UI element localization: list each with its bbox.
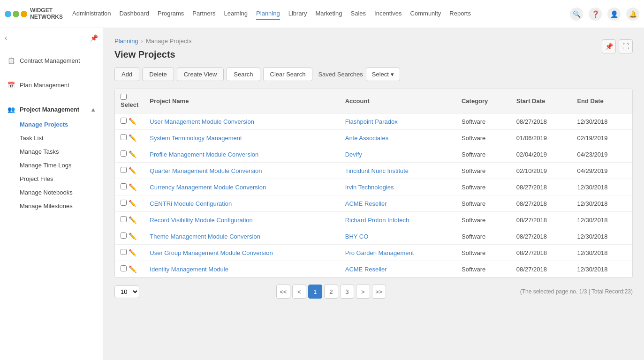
row-start-date-2: 02/04/2019 — [511, 146, 572, 163]
row-edit-icon-8[interactable]: ✏️ — [129, 249, 136, 256]
row-edit-icon-0[interactable]: ✏️ — [129, 118, 136, 125]
saved-searches-select[interactable]: Select ▾ — [366, 68, 400, 81]
project-name-link-5[interactable]: CENTRi Module Configuration — [150, 200, 232, 207]
sidebar-sub-manage-time-logs[interactable]: Manage Time Logs — [13, 158, 103, 172]
nav-dashboard[interactable]: Dashboard — [119, 8, 149, 20]
account-link-8[interactable]: Pro Garden Management — [345, 249, 414, 256]
sidebar-sub-task-list[interactable]: Task List — [13, 131, 103, 145]
clear-search-button[interactable]: Clear Search — [263, 68, 313, 81]
nav-library[interactable]: Library — [288, 8, 307, 20]
create-view-button[interactable]: Create View — [177, 68, 224, 81]
sidebar-header: ‹ 📌 — [0, 28, 103, 48]
nav-marketing[interactable]: Marketing — [315, 8, 342, 20]
fullscreen-button[interactable]: ⛶ — [619, 39, 633, 53]
nav-reports[interactable]: Reports — [449, 8, 471, 20]
row-edit-icon-3[interactable]: ✏️ — [129, 167, 136, 174]
row-start-date-9: 08/27/2018 — [511, 261, 572, 278]
account-link-2[interactable]: Devify — [345, 151, 362, 158]
sidebar-label-plan-management: Plan Management — [20, 82, 69, 89]
project-name-link-1[interactable]: System Terminology Management — [150, 135, 242, 142]
nav-planning[interactable]: Planning — [256, 8, 280, 20]
account-link-4[interactable]: Irvin Technologies — [345, 184, 394, 191]
sidebar-sub-manage-tasks[interactable]: Manage Tasks — [13, 145, 103, 158]
logo-circles — [5, 11, 27, 17]
project-name-link-2[interactable]: Profile Management Module Conversion — [150, 151, 258, 158]
search-button[interactable]: Search — [227, 68, 260, 81]
sidebar-close-icon[interactable]: ‹ — [5, 34, 7, 42]
row-checkbox-cell: ✏️ — [115, 163, 144, 179]
select-all-checkbox[interactable] — [121, 94, 127, 100]
page-3-button[interactable]: 3 — [340, 285, 354, 299]
account-link-7[interactable]: BHY CO — [345, 233, 369, 240]
row-account-5: ACME Reseller — [340, 195, 456, 212]
breadcrumb-planning[interactable]: Planning — [114, 38, 138, 45]
nav-community[interactable]: Community — [410, 8, 441, 20]
row-edit-icon-2[interactable]: ✏️ — [129, 150, 136, 158]
row-edit-icon-9[interactable]: ✏️ — [129, 265, 136, 273]
project-name-link-7[interactable]: Theme Management Module Conversion — [150, 233, 260, 240]
account-link-1[interactable]: Ante Associates — [345, 135, 389, 142]
sidebar-sub-manage-projects[interactable]: Manage Projects — [13, 118, 103, 131]
row-checkbox-4[interactable] — [121, 183, 127, 189]
row-checkbox-1[interactable] — [121, 134, 127, 140]
row-edit-icon-4[interactable]: ✏️ — [129, 183, 136, 191]
account-link-9[interactable]: ACME Reseller — [345, 266, 387, 273]
help-icon[interactable]: ❓ — [589, 8, 602, 21]
row-checkbox-cell: ✏️ — [115, 179, 144, 195]
user-avatar[interactable]: 👤 — [607, 8, 621, 21]
row-checkbox-6[interactable] — [121, 216, 127, 222]
page-next-button[interactable]: > — [356, 285, 370, 299]
page-last-button[interactable]: >> — [372, 285, 386, 299]
sidebar-sub-project-files[interactable]: Project Files — [13, 172, 103, 186]
row-checkbox-7[interactable] — [121, 232, 127, 239]
account-link-0[interactable]: Flashpoint Paradox — [345, 118, 398, 125]
row-edit-icon-5[interactable]: ✏️ — [129, 200, 136, 207]
row-edit-icon-7[interactable]: ✏️ — [129, 232, 136, 240]
nav-programs[interactable]: Programs — [158, 8, 184, 20]
notification-icon[interactable]: 🔔 — [626, 8, 639, 21]
page-prev-button[interactable]: < — [292, 285, 306, 299]
sidebar-sub-manage-milestones[interactable]: Manage Milestones — [13, 199, 103, 213]
page-1-button[interactable]: 1 — [308, 285, 322, 299]
sidebar-item-contract-management[interactable]: 📋 Contract Management — [0, 52, 103, 69]
account-link-3[interactable]: Tincidunt Nunc Institute — [345, 167, 409, 174]
row-checkbox-3[interactable] — [121, 167, 127, 173]
saved-searches-label: Saved Searches — [318, 71, 363, 78]
sidebar-item-plan-management[interactable]: 📅 Plan Management — [0, 76, 103, 93]
row-checkbox-0[interactable] — [121, 118, 127, 124]
project-name-link-8[interactable]: User Group Management Module Conversion — [150, 249, 273, 256]
nav-learning[interactable]: Learning — [224, 8, 248, 20]
row-start-date-0: 08/27/2018 — [511, 113, 572, 130]
pin-view-button[interactable]: 📌 — [602, 39, 616, 53]
row-checkbox-8[interactable] — [121, 249, 127, 255]
search-icon[interactable]: 🔍 — [570, 8, 583, 21]
project-name-link-0[interactable]: User Management Module Conversion — [150, 118, 254, 125]
page-2-button[interactable]: 2 — [324, 285, 338, 299]
account-link-6[interactable]: Richard Proton Infotech — [345, 217, 409, 224]
delete-button[interactable]: Delete — [142, 68, 174, 81]
nav-administration[interactable]: Administration — [72, 8, 111, 20]
project-name-link-4[interactable]: Currency Management Module Conversion — [150, 184, 266, 191]
row-checkbox-9[interactable] — [121, 265, 127, 271]
row-checkbox-2[interactable] — [121, 150, 127, 157]
project-name-link-6[interactable]: Record Visibility Module Configuration — [150, 217, 252, 224]
add-button[interactable]: Add — [114, 68, 139, 81]
nav-sales[interactable]: Sales — [351, 8, 366, 20]
per-page-select[interactable]: 10 25 50 — [114, 285, 139, 298]
sidebar-item-project-management[interactable]: 👥 Project Management ▲ — [0, 101, 103, 118]
row-edit-icon-6[interactable]: ✏️ — [129, 216, 136, 224]
sidebar-sub-manage-notebooks[interactable]: Manage Notebooks — [13, 186, 103, 199]
toolbar: Add Delete Create View Search Clear Sear… — [114, 68, 633, 81]
row-project-name-0: User Management Module Conversion — [144, 113, 339, 130]
sidebar-pin-icon[interactable]: 📌 — [90, 34, 98, 42]
nav-partners[interactable]: Partners — [192, 8, 215, 20]
account-link-5[interactable]: ACME Reseller — [345, 200, 387, 207]
row-checkbox-5[interactable] — [121, 200, 127, 206]
row-checkbox-cell: ✏️ — [115, 195, 144, 212]
row-edit-icon-1[interactable]: ✏️ — [129, 134, 136, 142]
nav-incentives[interactable]: Incentives — [374, 8, 402, 20]
row-project-name-9: Identity Management Module — [144, 261, 339, 278]
project-name-link-9[interactable]: Identity Management Module — [150, 266, 228, 273]
page-first-button[interactable]: << — [276, 285, 290, 299]
project-name-link-3[interactable]: Quarter Management Module Conversion — [150, 167, 262, 174]
